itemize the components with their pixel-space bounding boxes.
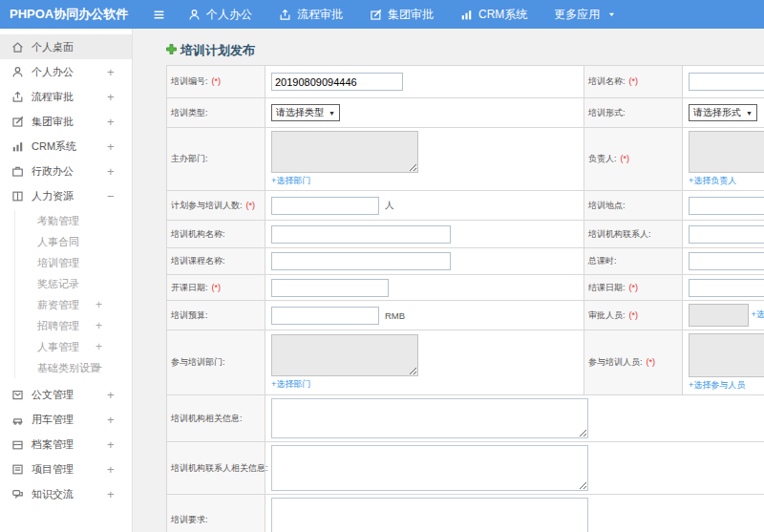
end-date-field-cell — [683, 275, 764, 301]
sidebar-item-8[interactable]: 用车管理+ — [0, 407, 132, 432]
sidebar-item-3[interactable]: 集团审批+ — [0, 109, 132, 134]
org-name-input[interactable] — [271, 225, 451, 244]
training-name-input[interactable] — [689, 73, 764, 91]
top-nav-item-1[interactable]: 流程审批 — [279, 7, 343, 23]
book-icon — [11, 190, 24, 202]
host-department-label: 主办部门: — [167, 128, 265, 191]
expander-icon[interactable]: + — [107, 91, 115, 103]
approvers-label: 审批人员:(*) — [584, 301, 683, 330]
training-code-field-cell — [265, 66, 584, 98]
sidebar-subitem-4[interactable]: 薪资管理+ — [15, 294, 132, 315]
expander-icon[interactable]: + — [96, 336, 102, 357]
org-contact-info-textarea[interactable] — [271, 445, 588, 491]
host-department-link[interactable]: +选择部门 — [271, 176, 310, 185]
upload-icon — [11, 91, 24, 103]
sidebar-item-11[interactable]: 知识交流+ — [0, 481, 132, 506]
person-in-charge-link[interactable]: +选择负责人 — [689, 176, 736, 185]
start-date-field-cell — [265, 275, 584, 301]
org-contact-input[interactable] — [689, 225, 764, 244]
planned-participants-input[interactable] — [271, 197, 379, 215]
sidebar-item-5[interactable]: 行政办公+ — [0, 159, 132, 183]
top-nav-item-0[interactable]: 个人办公 — [188, 7, 252, 23]
edit-icon — [11, 116, 24, 128]
expander-icon[interactable]: + — [107, 438, 115, 451]
caret-down-icon — [607, 11, 616, 19]
org-info-textarea[interactable] — [271, 398, 588, 438]
participating-staff-textarea[interactable] — [689, 333, 764, 377]
expander-icon[interactable]: + — [107, 389, 115, 401]
top-nav: 个人办公流程审批集团审批CRM系统更多应用 — [188, 7, 616, 23]
document-icon — [11, 389, 24, 401]
sidebar-subitem-0[interactable]: 考勤管理 — [15, 210, 132, 231]
form-row: 参与培训部门:+选择部门参与培训人员:(*)+选择参与人员 — [167, 330, 764, 395]
expander-icon[interactable]: + — [107, 414, 115, 426]
sidebar-item-1[interactable]: 个人办公+ — [0, 59, 132, 84]
expander-icon[interactable]: + — [107, 116, 115, 128]
host-department-textarea[interactable] — [271, 131, 418, 173]
sidebar-item-10[interactable]: 项目管理+ — [0, 457, 132, 481]
hamburger-menu-button[interactable] — [153, 9, 165, 21]
sidebar-subitem-1[interactable]: 人事合同 — [15, 231, 132, 252]
participating-departments-link[interactable]: +选择部门 — [271, 379, 310, 389]
training-location-input[interactable] — [689, 197, 764, 215]
sidebar-item-6[interactable]: 人力资源− — [0, 183, 132, 208]
expander-icon[interactable]: + — [96, 315, 102, 336]
sidebar-subitem-6[interactable]: 人事管理+ — [15, 336, 132, 357]
sidebar-item-9[interactable]: 档案管理+ — [0, 432, 132, 457]
plus-icon — [165, 43, 178, 55]
training-form-select[interactable]: 请选择形式▼ — [689, 104, 757, 121]
top-nav-item-4[interactable]: 更多应用 — [554, 7, 616, 23]
total-hours-field-cell — [683, 248, 764, 275]
upload-icon — [279, 9, 291, 21]
form-rows: 培训编号:(*)培训名称:(*)培训类型:请选择类型▼培训形式:请选择形式▼主办… — [167, 66, 764, 532]
budget-suffix: RMB — [385, 310, 405, 321]
training-type-select[interactable]: 请选择类型▼ — [271, 104, 340, 121]
form-row: 培训编号:(*)培训名称:(*) — [167, 66, 764, 98]
form-row: 开课日期:(*)结课日期:(*) — [167, 275, 764, 301]
approvers-input[interactable] — [689, 304, 749, 327]
sidebar-item-0[interactable]: 个人桌面 — [0, 34, 132, 59]
top-nav-item-3[interactable]: CRM系统 — [460, 7, 527, 23]
top-nav-item-2[interactable]: 集团审批 — [370, 7, 434, 23]
expander-icon[interactable]: + — [107, 463, 115, 476]
expander-icon[interactable]: + — [107, 140, 115, 153]
participating-staff-link[interactable]: +选择参与人员 — [689, 380, 745, 390]
expander-icon[interactable]: + — [107, 66, 115, 78]
sidebar: 个人桌面个人办公+流程审批+集团审批+CRM系统+行政办公+人力资源−考勤管理人… — [0, 29, 133, 532]
expander-icon[interactable]: + — [107, 488, 115, 500]
start-date-label: 开课日期:(*) — [167, 275, 265, 301]
sidebar-subitem-2[interactable]: 培训管理 — [15, 252, 132, 273]
start-date-input[interactable] — [271, 279, 389, 297]
approvers-link[interactable]: +选择审批人员 — [752, 309, 764, 319]
sidebar-item-4[interactable]: CRM系统+ — [0, 134, 132, 159]
form-row: 培训类型:请选择类型▼培训形式:请选择形式▼ — [167, 98, 764, 128]
form-row: 培训预算:RMB审批人员:(*) +选择审批人员 — [167, 301, 764, 330]
total-hours-input[interactable] — [689, 252, 764, 270]
org-name-field-cell — [265, 221, 584, 248]
sidebar-subitem-5[interactable]: 招聘管理+ — [15, 315, 132, 336]
org-contact-info-field-cell — [265, 442, 764, 495]
participating-departments-textarea[interactable] — [271, 334, 418, 376]
expander-icon[interactable]: − — [107, 190, 115, 202]
sidebar-item-7[interactable]: 公文管理+ — [0, 382, 132, 407]
person-in-charge-textarea[interactable] — [689, 131, 764, 173]
chart-icon — [460, 9, 473, 21]
training-requirements-textarea[interactable] — [271, 498, 588, 532]
main-content: 培训计划发布 培训编号:(*)培训名称:(*)培训类型:请选择类型▼培训形式:请… — [134, 29, 764, 532]
training-type-label: 培训类型: — [167, 98, 265, 128]
course-name-input[interactable] — [271, 252, 451, 270]
sidebar-item-2[interactable]: 流程审批+ — [0, 84, 132, 109]
expander-icon[interactable]: + — [107, 165, 115, 178]
participating-staff-label: 参与培训人员:(*) — [584, 330, 683, 395]
sidebar-submenu: 考勤管理人事合同培训管理奖惩记录薪资管理+招聘管理+人事管理+基础类别设置+ — [14, 210, 132, 378]
expander-icon[interactable]: + — [96, 357, 102, 378]
sidebar-subitem-7[interactable]: 基础类别设置+ — [15, 357, 132, 378]
page-title: 培训计划发布 — [165, 42, 764, 59]
sidebar-subitem-3[interactable]: 奖惩记录 — [15, 273, 132, 294]
expander-icon[interactable]: + — [96, 294, 102, 315]
budget-input[interactable] — [271, 307, 379, 325]
training-name-label: 培训名称:(*) — [584, 66, 683, 98]
training-code-input[interactable] — [271, 73, 403, 91]
end-date-input[interactable] — [689, 279, 764, 297]
archive-icon — [11, 438, 24, 451]
